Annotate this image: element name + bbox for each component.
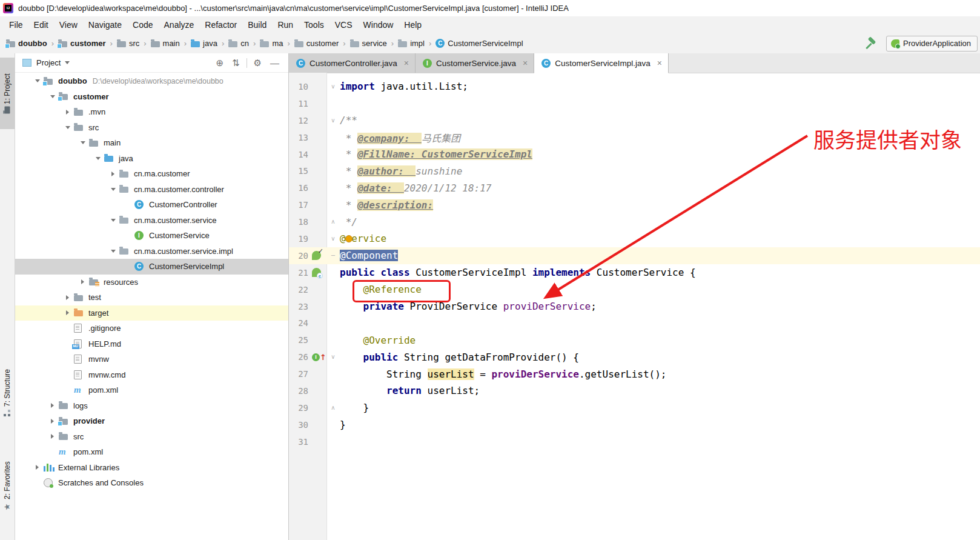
close-tab-icon[interactable]: × xyxy=(404,58,409,68)
tree-chevron[interactable] xyxy=(31,465,44,470)
tree-item-scratches-and-consoles[interactable]: Scratches and Consoles xyxy=(15,475,288,491)
spring-component-icon[interactable] xyxy=(312,268,328,277)
tree-item-customercontroller[interactable]: CustomerController xyxy=(15,197,288,213)
fold-marker-icon[interactable]: ∨ xyxy=(328,236,339,242)
breadcrumb-item[interactable]: java xyxy=(191,39,217,48)
tree-chevron[interactable] xyxy=(46,419,59,424)
breadcrumb-item[interactable]: src xyxy=(117,39,139,48)
tree-item-src[interactable]: src xyxy=(15,120,288,136)
tree-item-pom-xml[interactable]: pom.xml xyxy=(15,444,288,460)
tree-item-customerserviceimpl[interactable]: CustomerServiceImpl xyxy=(15,259,288,275)
fold-marker-icon[interactable]: ∨ xyxy=(328,354,339,360)
tree-item-resources[interactable]: resources xyxy=(15,275,288,290)
tree-item-logs[interactable]: logs xyxy=(15,398,288,414)
menu-tools[interactable]: Tools xyxy=(299,20,329,30)
gear-icon[interactable]: ⚙ xyxy=(254,58,262,67)
menu-refactor[interactable]: Refactor xyxy=(199,20,242,30)
editor-area[interactable]: CustomerController.java×CustomerService.… xyxy=(289,53,980,540)
menu-file[interactable]: File xyxy=(4,20,28,30)
tree-chevron[interactable] xyxy=(107,188,119,191)
tree-item-cn-ma-customer-controller[interactable]: cn.ma.customer.controller xyxy=(15,182,288,198)
tree-item-target[interactable]: target xyxy=(15,305,288,321)
tree-chevron[interactable] xyxy=(61,126,74,129)
tree-chevron[interactable] xyxy=(76,141,89,144)
editor-tab-customercontroller-java[interactable]: CustomerController.java× xyxy=(289,53,416,73)
tree-item-pom-xml[interactable]: pom.xml xyxy=(15,382,288,398)
tree-chevron[interactable] xyxy=(46,403,59,408)
breadcrumb-item[interactable]: customer xyxy=(294,39,339,48)
build-hammer-icon[interactable] xyxy=(866,38,878,50)
tree-chevron[interactable] xyxy=(46,95,59,98)
tree-item-provider[interactable]: provider xyxy=(15,413,288,429)
tree-item-src[interactable]: src xyxy=(15,429,288,445)
tree-item-main[interactable]: main xyxy=(15,135,288,151)
code-token: import xyxy=(340,81,375,92)
breadcrumb-item[interactable]: cn xyxy=(228,39,249,48)
fold-marker-icon[interactable]: ∧ xyxy=(328,405,339,411)
tree-item-help-md[interactable]: HELP.md xyxy=(15,336,288,352)
tree-item-doubbo[interactable]: doubboD:\develop\idea\workspace\me\doubb… xyxy=(15,73,288,89)
menu-code[interactable]: Code xyxy=(127,20,158,30)
tree-item--gitignore[interactable]: .gitignore xyxy=(15,321,288,336)
editor-tab-customerservice-java[interactable]: CustomerService.java× xyxy=(416,53,534,73)
tree-item-cn-ma-customer-service[interactable]: cn.ma.customer.service xyxy=(15,213,288,228)
tree-item-java[interactable]: java xyxy=(15,151,288,167)
menu-navigate[interactable]: Navigate xyxy=(83,20,127,30)
breadcrumb-item[interactable]: service xyxy=(350,39,387,48)
menu-run[interactable]: Run xyxy=(272,20,299,30)
breadcrumb-item[interactable]: main xyxy=(151,39,180,48)
tree-chevron[interactable] xyxy=(107,219,119,222)
tree-chevron[interactable] xyxy=(61,110,74,115)
fold-marker-icon[interactable]: ∨ xyxy=(328,84,339,90)
menu-window[interactable]: Window xyxy=(358,20,399,30)
chevron-collapsed-icon xyxy=(36,465,39,470)
tree-chevron[interactable] xyxy=(46,434,59,439)
breadcrumb-item[interactable]: customer xyxy=(58,39,106,48)
collapse-all-icon[interactable]: ⇅ xyxy=(232,58,240,67)
menu-build[interactable]: Build xyxy=(242,20,272,30)
menu-edit[interactable]: Edit xyxy=(28,20,54,30)
tree-item-cn-ma-customer[interactable]: cn.ma.customer xyxy=(15,166,288,182)
fold-marker-icon[interactable]: − xyxy=(328,253,339,259)
tree-item-cn-ma-customer-service-impl[interactable]: cn.ma.customer.service.impl xyxy=(15,244,288,259)
project-tree: doubboD:\develop\idea\workspace\me\doubb… xyxy=(15,73,288,540)
breadcrumb-item[interactable]: ma xyxy=(260,39,283,48)
tree-item-mvnw[interactable]: mvnw xyxy=(15,352,288,367)
tree-chevron[interactable] xyxy=(107,250,119,253)
fold-marker-icon[interactable]: ∧ xyxy=(328,219,339,225)
close-tab-icon[interactable]: × xyxy=(523,58,528,68)
tree-item-test[interactable]: test xyxy=(15,290,288,305)
override-method-icon[interactable] xyxy=(312,353,328,361)
run-configuration-selector[interactable]: ProviderApplication xyxy=(886,36,978,52)
tree-chevron[interactable] xyxy=(31,79,44,82)
tree-item-mvnw-cmd[interactable]: mvnw.cmd xyxy=(15,367,288,383)
tool-window-button-structure[interactable]: 7: Structure xyxy=(0,356,15,429)
chevron-down-icon[interactable] xyxy=(65,61,70,64)
locate-icon[interactable]: ⊕ xyxy=(216,58,223,67)
spring-bean-icon[interactable] xyxy=(312,251,328,260)
tree-chevron[interactable] xyxy=(91,157,104,160)
tree-chevron[interactable] xyxy=(61,310,74,315)
breadcrumb-item[interactable]: doubbo xyxy=(6,39,47,48)
tree-item-customer[interactable]: customer xyxy=(15,89,288,105)
breadcrumb-item[interactable]: impl xyxy=(398,39,425,48)
code-token: 2020/1/12 18:17 xyxy=(404,182,492,194)
menu-analyze[interactable]: Analyze xyxy=(159,20,200,30)
tool-window-button-favorites[interactable]: ★ 2: Favorites xyxy=(0,444,15,529)
tree-chevron[interactable] xyxy=(107,172,119,176)
close-tab-icon[interactable]: × xyxy=(657,58,662,68)
fold-marker-icon[interactable]: ∨ xyxy=(328,118,339,124)
menu-vcs[interactable]: VCS xyxy=(329,20,358,30)
tree-chevron[interactable] xyxy=(61,295,74,300)
tree-chevron[interactable] xyxy=(76,279,89,284)
menu-view[interactable]: View xyxy=(54,20,83,30)
menu-help[interactable]: Help xyxy=(399,20,427,30)
tool-window-button-project[interactable]: 1: Project xyxy=(0,58,15,129)
tree-item--mvn[interactable]: .mvn xyxy=(15,104,288,120)
code-editor[interactable]: 10∨import java.util.List;1112∨/**13 * @c… xyxy=(289,73,980,540)
breadcrumb-item[interactable]: CustomerServiceImpl xyxy=(435,39,523,48)
tree-item-external-libraries[interactable]: External Libraries xyxy=(15,460,288,476)
editor-tab-customerserviceimpl-java[interactable]: CustomerServiceImpl.java× xyxy=(534,53,669,73)
tree-item-customerservice[interactable]: CustomerService xyxy=(15,228,288,244)
hide-panel-icon[interactable]: — xyxy=(270,58,279,67)
